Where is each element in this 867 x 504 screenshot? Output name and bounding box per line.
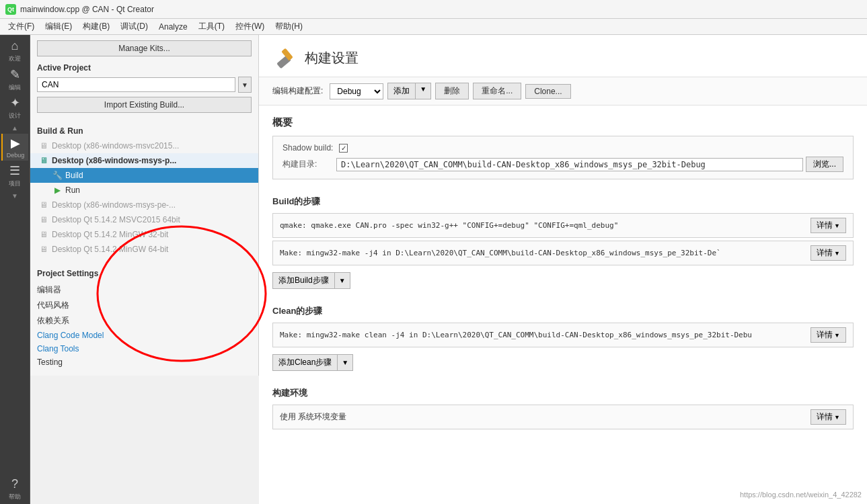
env-detail-arrow-icon: ▼ <box>834 414 840 421</box>
menu-analyze[interactable]: Analyze <box>153 21 193 33</box>
clean-steps-section: Clean的步骤 Make: mingw32-make clean -j4 in… <box>259 305 867 379</box>
sidebar-item-kit6[interactable]: 🖥 Desktop Qt 5.14.2 MinGW 64-bit <box>30 242 258 257</box>
sidebar: Manage Kits... Active Project ▼ Import E… <box>30 35 259 376</box>
make-detail-button[interactable]: 详情 ▼ <box>811 245 846 261</box>
sidebar-item-kit1[interactable]: 🖥 Desktop (x86-windows-msvc2015... <box>30 138 258 153</box>
project-settings-label: Project Settings <box>37 269 252 278</box>
activity-help[interactable]: ? 帮助 <box>1 476 28 503</box>
scroll-up-arrow[interactable]: ▲ <box>11 124 18 132</box>
settings-testing[interactable]: Testing <box>37 355 252 369</box>
build-dir-row: 构建目录: 浏览... <box>282 157 843 172</box>
import-existing-build-button[interactable]: Import Existing Build... <box>37 97 252 113</box>
clean-step-text: Make: mingw32-make clean -j4 in D:\Learn… <box>280 331 811 339</box>
shadow-build-checkbox[interactable] <box>339 144 348 153</box>
build-dir-input[interactable] <box>336 158 803 171</box>
activity-design[interactable]: ✦ 设计 <box>1 94 28 121</box>
sidebar-top: Manage Kits... Active Project ▼ Import E… <box>30 35 258 122</box>
scroll-down-arrow[interactable]: ▼ <box>11 192 18 200</box>
monitor-icon-gray6: 🖥 <box>38 244 49 255</box>
menu-build[interactable]: 构建(B) <box>77 19 115 34</box>
project-select-input[interactable] <box>37 77 235 92</box>
shadow-build-row: Shadow build: <box>282 143 843 153</box>
add-clean-step-group: 添加Clean步骤 ▼ <box>272 351 854 371</box>
build-env-section: 构建环境 使用 系统环境变量 详情 ▼ <box>259 387 867 437</box>
build-dir-label: 构建目录: <box>282 159 336 170</box>
projects-icon: ☰ <box>9 163 20 178</box>
project-select-row: ▼ <box>37 77 252 93</box>
build-run-header: Build & Run <box>30 122 258 138</box>
clean-steps-title: Clean的步骤 <box>272 305 854 317</box>
menu-help[interactable]: 帮助(H) <box>270 19 308 34</box>
summary-section: 概要 Shadow build: 构建目录: 浏览... <box>259 106 867 187</box>
clean-detail-arrow-icon: ▼ <box>834 332 840 339</box>
settings-code-style[interactable]: 代码风格 <box>37 298 252 313</box>
menu-debug[interactable]: 调试(D) <box>115 19 153 34</box>
monitor-icon-gray3: 🖥 <box>38 200 49 210</box>
active-project-label: Active Project <box>37 63 252 73</box>
config-select-group: Debug Release <box>330 83 383 99</box>
rename-config-button[interactable]: 重命名... <box>473 83 521 99</box>
sidebar-item-kit4[interactable]: 🖥 Desktop Qt 5.14.2 MSVC2015 64bit <box>30 212 258 227</box>
activity-debug[interactable]: ▶ Debug <box>1 134 28 161</box>
sidebar-item-kit3[interactable]: 🖥 Desktop (x86-windows-msys-pe-... <box>30 198 258 212</box>
qmake-step-item: qmake: qmake.exe CAN.pro -spec win32-g++… <box>272 213 854 238</box>
summary-box: Shadow build: 构建目录: 浏览... <box>272 136 854 179</box>
shadow-build-label: Shadow build: <box>282 143 336 153</box>
monitor-icon-gray5: 🖥 <box>38 229 49 240</box>
sidebar-item-run[interactable]: ▶ Run <box>30 183 258 198</box>
play-icon: ▶ <box>52 185 63 196</box>
clone-config-button[interactable]: Clone... <box>525 84 570 99</box>
sidebar-item-build[interactable]: 🔧 Build <box>30 168 258 183</box>
menu-widgets[interactable]: 控件(W) <box>230 19 270 34</box>
qmake-step-text: qmake: qmake.exe CAN.pro -spec win32-g++… <box>280 221 811 230</box>
hammer-icon <box>272 46 297 70</box>
build-run-section: Build & Run 🖥 Desktop (x86-windows-msvc2… <box>30 122 258 262</box>
activity-editor[interactable]: ✎ 编辑 <box>1 66 28 93</box>
sidebar-item-kit5[interactable]: 🖥 Desktop Qt 5.14.2 MinGW 32-bit <box>30 227 258 242</box>
delete-config-button[interactable]: 删除 <box>435 83 469 99</box>
add-config-button[interactable]: 添加 <box>387 83 415 99</box>
make-step-item: Make: mingw32-make -j4 in D:\Learn\2020\… <box>272 241 854 265</box>
summary-title: 概要 <box>272 116 854 129</box>
make-step-text: Make: mingw32-make -j4 in D:\Learn\2020\… <box>280 249 811 257</box>
add-build-step-arrow[interactable]: ▼ <box>334 272 350 289</box>
sidebar-item-kit2[interactable]: 🖥 Desktop (x86-windows-msys-p... <box>30 153 258 168</box>
page-title: 构建设置 <box>305 49 359 67</box>
add-clean-step-arrow[interactable]: ▼ <box>337 354 353 371</box>
monitor-icon-active: 🖥 <box>38 155 49 166</box>
env-detail-button[interactable]: 详情 ▼ <box>811 409 846 425</box>
settings-clang-code-model[interactable]: Clang Code Model <box>37 329 252 342</box>
build-env-title: 构建环境 <box>272 387 854 399</box>
clean-step-item: Make: mingw32-make clean -j4 in D:\Learn… <box>272 323 854 347</box>
project-select-arrow[interactable]: ▼ <box>238 77 252 93</box>
app-icon: Qt <box>5 4 16 15</box>
detail-arrow-icon2: ▼ <box>834 250 840 257</box>
menu-tools[interactable]: 工具(T) <box>193 19 230 34</box>
wrench-icon: 🔧 <box>52 170 63 181</box>
help-icon: ? <box>11 477 18 491</box>
qmake-detail-button[interactable]: 详情 ▼ <box>811 218 846 233</box>
title-text: mainwindow.cpp @ CAN - Qt Creator <box>20 5 154 14</box>
settings-editor[interactable]: 编辑器 <box>37 282 252 298</box>
manage-kits-button[interactable]: Manage Kits... <box>37 40 252 56</box>
config-label: 编辑构建配置: <box>272 85 323 97</box>
config-select[interactable]: Debug Release <box>330 83 383 99</box>
clean-detail-button[interactable]: 详情 ▼ <box>811 327 846 343</box>
menu-file[interactable]: 文件(F) <box>3 19 40 34</box>
build-steps-title: Build的步骤 <box>272 196 854 208</box>
activity-projects[interactable]: ☰ 项目 <box>1 162 28 189</box>
browse-button[interactable]: 浏览... <box>806 157 843 172</box>
main-area: ⌂ 欢迎 ✎ 编辑 ✦ 设计 ▲ ▶ Debug ☰ 项目 ▼ ? 帮助 <box>0 35 867 504</box>
settings-dependencies[interactable]: 依赖关系 <box>37 313 252 329</box>
add-config-arrow[interactable]: ▼ <box>415 83 431 99</box>
build-steps-section: Build的步骤 qmake: qmake.exe CAN.pro -spec … <box>259 196 867 297</box>
activity-welcome[interactable]: ⌂ 欢迎 <box>1 38 28 65</box>
activity-bar: ⌂ 欢迎 ✎ 编辑 ✦ 设计 ▲ ▶ Debug ☰ 项目 ▼ ? 帮助 <box>0 35 30 504</box>
menu-edit[interactable]: 编辑(E) <box>40 19 77 34</box>
monitor-icon: 🖥 <box>38 140 49 151</box>
content-header: 构建设置 <box>259 35 867 77</box>
add-build-step-button[interactable]: 添加Build步骤 <box>272 272 334 289</box>
menubar: 文件(F) 编辑(E) 构建(B) 调试(D) Analyze 工具(T) 控件… <box>0 19 867 35</box>
settings-clang-tools[interactable]: Clang Tools <box>37 342 252 355</box>
add-clean-step-button[interactable]: 添加Clean步骤 <box>272 354 337 371</box>
